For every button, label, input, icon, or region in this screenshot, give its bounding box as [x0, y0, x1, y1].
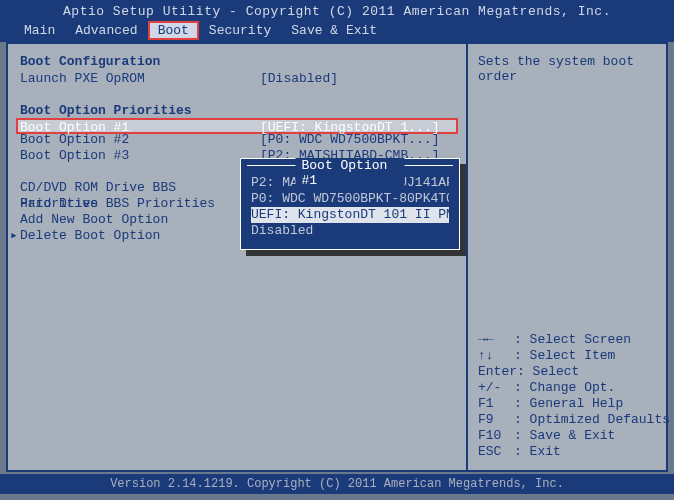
- boot-option-2-row[interactable]: Boot Option #2 [P0: WDC WD7500BPKT...]: [20, 132, 454, 148]
- popup-option-4[interactable]: Disabled: [251, 223, 449, 239]
- help-key-enter: Enter: [478, 364, 517, 380]
- footer-version: Version 2.14.1219. Copyright (C) 2011 Am…: [0, 474, 674, 494]
- cddvd-bbs-label: CD/DVD ROM Drive BBS Priorities: [20, 180, 260, 196]
- help-val-4: : Change Opt.: [514, 380, 615, 396]
- help-key-f1: F1: [478, 396, 514, 412]
- boot-option-2-label: Boot Option #2: [20, 132, 260, 148]
- caret-right-icon: ▸: [10, 228, 18, 244]
- app-title: Aptio Setup Utility - Copyright (C) 2011…: [8, 4, 666, 21]
- menu-save-exit[interactable]: Save & Exit: [281, 23, 387, 38]
- add-boot-label: Add New Boot Option: [20, 212, 260, 228]
- help-key-f10: F10: [478, 428, 514, 444]
- boot-option-1-value: [UEFI: KingstonDT 1...]: [260, 120, 439, 132]
- help-val-2: : Select Item: [514, 348, 615, 364]
- help-keys: →←: Select Screen ↑↓: Select Item Enter:…: [478, 332, 656, 460]
- help-description: Sets the system boot order: [478, 54, 656, 84]
- boot-option-1-label: Boot Option #1: [20, 120, 260, 132]
- launch-pxe-row[interactable]: Launch PXE OpROM [Disabled]: [20, 71, 454, 87]
- right-panel: Sets the system boot order →←: Select Sc…: [468, 44, 666, 470]
- help-key-esc: ESC: [478, 444, 514, 460]
- menu-main[interactable]: Main: [14, 23, 65, 38]
- hdd-bbs-label: Hard Drive BBS Priorities: [20, 196, 260, 212]
- help-key-plusminus: +/-: [478, 380, 514, 396]
- help-val-8: : Exit: [514, 444, 561, 460]
- menu-advanced[interactable]: Advanced: [65, 23, 147, 38]
- boot-priorities-title: Boot Option Priorities: [20, 103, 454, 118]
- header-bar: Aptio Setup Utility - Copyright (C) 2011…: [0, 0, 674, 42]
- delete-boot-label: Delete Boot Option: [20, 228, 260, 244]
- menu-boot[interactable]: Boot: [148, 21, 199, 40]
- left-panel: Boot Configuration Launch PXE OpROM [Dis…: [8, 44, 468, 470]
- popup-option-3[interactable]: UEFI: KingstonDT 101 II PMAP: [251, 207, 449, 223]
- bios-screen: Aptio Setup Utility - Copyright (C) 2011…: [0, 0, 674, 500]
- content-frame: Boot Configuration Launch PXE OpROM [Dis…: [6, 42, 668, 472]
- boot-option-3-label: Boot Option #3: [20, 148, 260, 164]
- popup-option-2[interactable]: P0: WDC WD7500BPKT-80PK4T0: [251, 191, 449, 207]
- help-val-1: : Select Screen: [514, 332, 631, 348]
- help-val-6: : Optimized Defaults: [514, 412, 670, 428]
- top-menu: Main Advanced Boot Security Save & Exit: [8, 21, 666, 38]
- popup-title: Boot Option #1: [296, 158, 405, 188]
- help-key-arrows-h: →←: [478, 332, 514, 348]
- launch-pxe-value: [Disabled]: [260, 71, 338, 87]
- help-key-arrows-v: ↑↓: [478, 348, 514, 364]
- help-val-7: : Save & Exit: [514, 428, 615, 444]
- help-key-f9: F9: [478, 412, 514, 428]
- launch-pxe-label: Launch PXE OpROM: [20, 71, 260, 87]
- menu-security[interactable]: Security: [199, 23, 281, 38]
- boot-option-popup: Boot Option #1 P2: MATSHITABD-CMB UJ141A…: [240, 158, 460, 250]
- help-val-3: : Select: [517, 364, 579, 380]
- boot-config-title: Boot Configuration: [20, 54, 454, 69]
- boot-option-2-value: [P0: WDC WD7500BPKT...]: [260, 132, 439, 148]
- help-val-5: : General Help: [514, 396, 623, 412]
